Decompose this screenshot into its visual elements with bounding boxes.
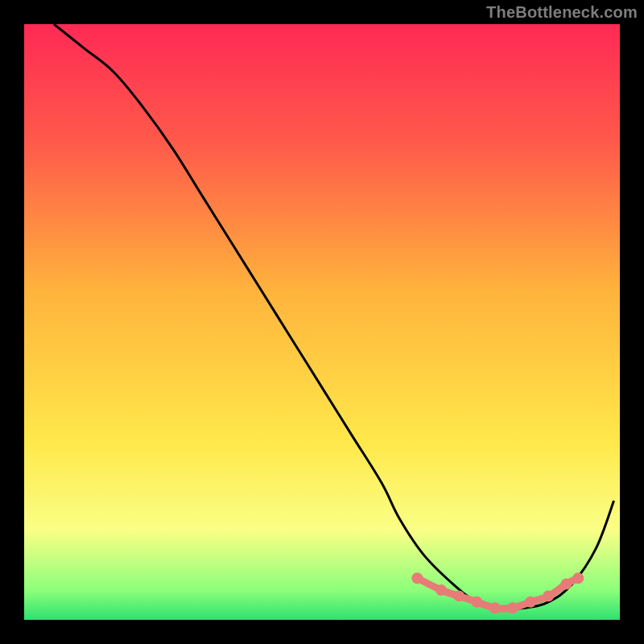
highlight-dot	[436, 584, 447, 596]
highlight-dot	[572, 572, 584, 584]
highlight-dot	[411, 572, 423, 584]
highlight-dot	[560, 579, 572, 590]
attribution-label: TheBottleneck.com	[486, 3, 638, 22]
gradient-background	[24, 24, 620, 620]
chart-stage: TheBottleneck.com	[0, 0, 644, 644]
highlight-dot	[453, 590, 464, 601]
highlight-dot	[471, 597, 482, 608]
chart-svg	[24, 24, 620, 620]
highlight-dot	[525, 597, 536, 608]
highlight-dot	[543, 590, 554, 601]
highlight-dot	[489, 602, 501, 613]
plot-area	[24, 24, 620, 620]
highlight-dot	[507, 602, 518, 613]
